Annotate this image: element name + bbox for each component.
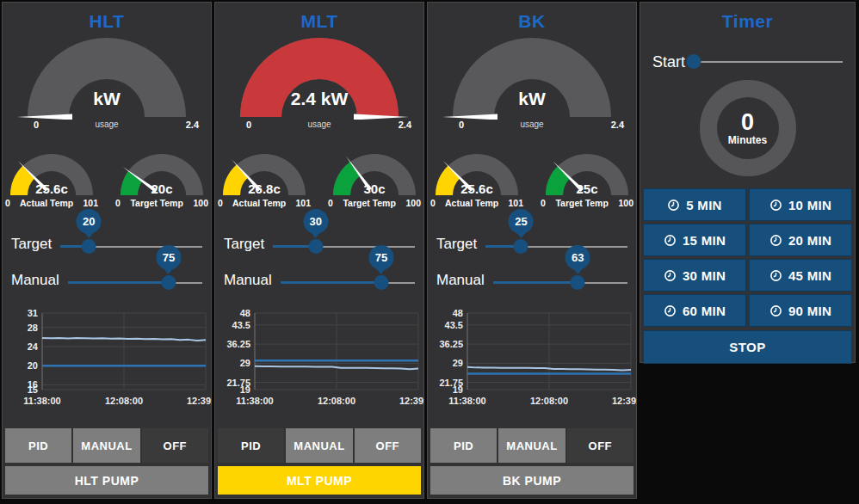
clock-icon	[664, 304, 677, 317]
temp-gauges: 25.6c 0 Actual Temp 101 20c 0 Target Tem…	[3, 151, 211, 208]
manual-slider[interactable]: 75	[281, 258, 415, 291]
target-temp-min: 0	[115, 198, 121, 208]
clock-icon	[664, 234, 677, 247]
manual-slider-row: Manual 75	[215, 258, 423, 291]
timer-preset-label: 90 MIN	[788, 304, 831, 318]
mode-pid-button[interactable]: PID	[5, 428, 71, 463]
actual-temp-scale: 0 Actual Temp 101	[5, 198, 98, 208]
mode-off-button[interactable]: OFF	[355, 428, 421, 463]
timer-stop-button[interactable]: STOP	[643, 330, 852, 364]
svg-text:12:08:00: 12:08:00	[105, 396, 143, 406]
timer-preset-grid: 5 MIN10 MIN15 MIN20 MIN30 MIN45 MIN60 MI…	[643, 188, 852, 327]
power-gauge-scale: 0 usage 2.4	[220, 120, 418, 133]
timer-start-slider[interactable]	[694, 53, 843, 71]
power-max-label: 2.4	[611, 120, 624, 130]
slider-value-badge: 63	[565, 245, 590, 270]
target-temp-label: Target Temp	[130, 198, 182, 208]
mode-manual-button[interactable]: MANUAL	[498, 428, 565, 463]
svg-text:11:38:00: 11:38:00	[23, 396, 60, 406]
power-usage-caption: usage	[220, 120, 418, 129]
mode-buttons: PID MANUAL OFF	[218, 428, 421, 463]
mode-off-button[interactable]: OFF	[142, 428, 208, 463]
kettle-panel: HLT kW 0 usage 2.4 25.6c 0 Actual Temp 1…	[2, 2, 212, 499]
timer-minutes-value: 0	[741, 110, 754, 134]
timer-ring-wrap: 0 Minutes	[640, 80, 855, 176]
timer-preset-button[interactable]: 5 MIN	[643, 188, 746, 221]
mode-pid-button[interactable]: PID	[430, 428, 497, 463]
timer-preset-button[interactable]: 20 MIN	[749, 224, 852, 256]
power-gauge-scale: 0 usage 2.4	[433, 120, 631, 133]
manual-slider[interactable]: 63	[493, 258, 627, 291]
mode-pid-button[interactable]: PID	[218, 428, 284, 463]
power-max-label: 2.4	[186, 120, 199, 130]
svg-text:19: 19	[240, 384, 250, 395]
target-temp-gauge: 25c 0 Target Temp 100	[541, 151, 633, 208]
actual-temp-scale: 0 Actual Temp 101	[218, 198, 311, 208]
target-temp-value: 30c	[328, 181, 421, 196]
svg-text:11:38:00: 11:38:00	[448, 396, 485, 406]
actual-temp-min: 0	[218, 198, 223, 208]
power-gauge: 2.4 kW 0 usage 2.4	[220, 35, 418, 137]
target-slider-row: Target 20	[3, 222, 211, 255]
timer-preset-label: 60 MIN	[683, 304, 726, 318]
target-slider-row: Target 25	[428, 222, 636, 255]
pump-button[interactable]: BK PUMP	[430, 466, 633, 495]
target-slider[interactable]: 25	[485, 222, 627, 255]
timer-preset-label: 10 MIN	[788, 198, 831, 212]
timer-preset-button[interactable]: 30 MIN	[643, 259, 746, 292]
svg-text:29: 29	[453, 358, 463, 368]
temp-gauges: 25.6c 0 Actual Temp 101 25c 0 Target Tem…	[428, 151, 636, 208]
mode-buttons: PID MANUAL OFF	[430, 428, 633, 463]
actual-temp-min: 0	[5, 198, 10, 208]
svg-text:12:39:00: 12:39:00	[612, 396, 637, 406]
actual-temp-gauge: 25.6c 0 Actual Temp 101	[430, 151, 523, 208]
timer-title: Timer	[640, 11, 855, 32]
timer-preset-button[interactable]: 60 MIN	[643, 294, 746, 327]
actual-temp-max: 101	[295, 198, 311, 208]
temp-history-chart-svg: 4843.536.252921.751911:38:0012:08:0012:3…	[428, 306, 637, 409]
slider-value-badge: 75	[156, 245, 181, 270]
temp-history-chart-svg: 31282420161511:38:0012:08:0012:39:00	[3, 306, 212, 409]
mode-manual-button[interactable]: MANUAL	[73, 428, 139, 463]
svg-text:11:38:00: 11:38:00	[236, 396, 273, 406]
manual-slider[interactable]: 75	[68, 258, 202, 291]
target-temp-scale: 0 Target Temp 100	[115, 198, 208, 208]
timer-preset-label: 20 MIN	[788, 233, 831, 248]
pump-button[interactable]: HLT PUMP	[5, 466, 208, 495]
svg-text:48: 48	[240, 308, 250, 318]
timer-preset-button[interactable]: 10 MIN	[749, 188, 852, 221]
target-temp-value: 25c	[541, 181, 633, 196]
target-temp-gauge: 30c 0 Target Temp 100	[328, 151, 421, 208]
pump-button[interactable]: MLT PUMP	[218, 466, 421, 495]
kettle-panel: MLT 2.4 kW 0 usage 2.4 26.8c 0 Actual Te…	[214, 2, 424, 499]
mode-off-button[interactable]: OFF	[567, 428, 633, 463]
svg-text:24: 24	[28, 341, 39, 352]
brewery-dashboard: HLT kW 0 usage 2.4 25.6c 0 Actual Temp 1…	[0, 0, 859, 501]
power-value: kW	[8, 89, 206, 109]
mode-manual-button[interactable]: MANUAL	[286, 428, 352, 463]
temp-gauges: 26.8c 0 Actual Temp 101 30c 0 Target Tem…	[215, 151, 423, 208]
target-slider[interactable]: 20	[60, 222, 202, 255]
actual-temp-value: 26.8c	[218, 181, 311, 196]
timer-preset-button[interactable]: 90 MIN	[749, 294, 852, 327]
slider-track[interactable]	[694, 61, 843, 63]
manual-slider-row: Manual 75	[3, 258, 211, 291]
svg-text:19: 19	[453, 384, 463, 395]
power-max-label: 2.4	[399, 120, 411, 130]
power-gauge: kW 0 usage 2.4	[8, 35, 206, 137]
actual-temp-value: 25.6c	[5, 181, 98, 196]
temp-history-chart-svg: 4843.536.252921.751911:38:0012:08:0012:3…	[215, 306, 424, 409]
target-temp-gauge: 20c 0 Target Temp 100	[115, 151, 208, 208]
clock-icon	[769, 269, 782, 282]
manual-slider-label: Manual	[11, 270, 59, 291]
svg-text:12:39:00: 12:39:00	[399, 396, 424, 406]
slider-value-badge: 25	[509, 209, 534, 234]
manual-slider-row: Manual 63	[428, 258, 636, 291]
timer-preset-button[interactable]: 15 MIN	[643, 224, 746, 256]
target-slider[interactable]: 30	[273, 222, 415, 255]
timer-preset-button[interactable]: 45 MIN	[749, 259, 852, 292]
mode-buttons: PID MANUAL OFF	[5, 428, 208, 463]
slider-thumb[interactable]	[687, 54, 701, 69]
target-temp-scale: 0 Target Temp 100	[328, 198, 421, 208]
target-temp-min: 0	[328, 198, 333, 208]
